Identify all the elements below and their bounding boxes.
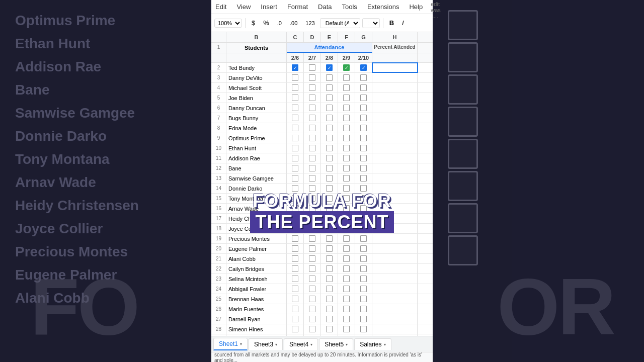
student-name[interactable]: Bugs Bunny <box>226 113 287 123</box>
percent-attended-cell[interactable] <box>372 73 418 82</box>
attendance-checkbox[interactable] <box>287 264 304 274</box>
checkbox[interactable] <box>309 225 315 232</box>
menu-extensions[interactable]: Extensions <box>365 2 401 12</box>
student-name[interactable]: Brennan Haas <box>226 294 287 304</box>
attendance-checkbox[interactable] <box>287 93 304 103</box>
percent-attended-cell[interactable] <box>372 294 418 304</box>
checkbox[interactable] <box>343 245 350 252</box>
checkbox[interactable]: ✓ <box>343 64 350 71</box>
attendance-checkbox[interactable] <box>304 133 321 143</box>
percent-attended-cell[interactable] <box>372 304 418 314</box>
attendance-checkbox[interactable] <box>355 284 372 294</box>
attendance-checkbox[interactable] <box>338 274 355 284</box>
attendance-checkbox[interactable] <box>338 173 355 183</box>
checkbox[interactable] <box>309 64 315 71</box>
student-name[interactable]: Samwise Gamgee <box>226 173 287 183</box>
attendance-checkbox[interactable] <box>321 153 338 163</box>
percent-attended-cell[interactable] <box>372 153 418 163</box>
percent-attended-cell[interactable] <box>372 143 418 153</box>
student-name[interactable]: Abbigail Fowler <box>226 284 287 294</box>
col-header-c[interactable]: C <box>287 32 304 42</box>
percent-attended-cell[interactable] <box>372 224 418 233</box>
checkbox[interactable] <box>343 185 350 192</box>
checkbox[interactable] <box>343 276 350 282</box>
checkbox[interactable] <box>309 235 315 242</box>
student-name[interactable]: Optimus Prime <box>226 133 287 143</box>
attendance-checkbox[interactable] <box>355 73 372 82</box>
checkbox[interactable] <box>326 286 333 292</box>
attendance-checkbox[interactable] <box>287 214 304 223</box>
attendance-checkbox[interactable] <box>355 324 372 334</box>
attendance-checkbox[interactable] <box>355 334 372 336</box>
sheet-tab-sheet3[interactable]: Sheet3 ▾ <box>249 338 283 350</box>
attendance-checkbox[interactable] <box>338 184 355 193</box>
checkbox[interactable] <box>360 95 367 101</box>
attendance-checkbox[interactable] <box>304 194 321 203</box>
bold-button[interactable]: B <box>386 18 397 28</box>
checkbox[interactable] <box>360 255 367 262</box>
attendance-checkbox[interactable] <box>338 234 355 243</box>
checkbox[interactable] <box>326 296 333 302</box>
attendance-checkbox[interactable] <box>338 153 355 163</box>
checkbox[interactable] <box>292 225 298 232</box>
attendance-checkbox[interactable] <box>287 324 304 334</box>
checkbox[interactable] <box>360 185 367 192</box>
attendance-checkbox[interactable] <box>321 314 338 324</box>
attendance-checkbox[interactable] <box>321 224 338 233</box>
attendance-checkbox[interactable] <box>355 123 372 133</box>
checkbox[interactable] <box>292 245 298 252</box>
checkbox[interactable] <box>343 135 350 141</box>
attendance-checkbox[interactable] <box>321 274 338 284</box>
attendance-checkbox[interactable] <box>287 163 304 173</box>
percent-attended-cell[interactable] <box>372 274 418 284</box>
checkbox[interactable] <box>309 195 315 202</box>
percent-attended-cell[interactable] <box>372 83 418 93</box>
attendance-checkbox[interactable] <box>304 274 321 284</box>
checkbox[interactable] <box>309 175 315 182</box>
attendance-checkbox[interactable] <box>338 324 355 334</box>
attendance-checkbox[interactable] <box>338 334 355 336</box>
menu-insert[interactable]: Insert <box>259 2 279 12</box>
checkbox[interactable] <box>309 215 315 222</box>
checkbox[interactable] <box>360 306 367 312</box>
attendance-checkbox[interactable] <box>304 184 321 193</box>
attendance-checkbox[interactable] <box>287 224 304 233</box>
attendance-checkbox[interactable] <box>355 103 372 113</box>
col-header-d[interactable]: D <box>304 32 321 42</box>
col-header-e[interactable]: E <box>321 32 338 42</box>
checkbox[interactable] <box>292 115 298 121</box>
checkbox[interactable] <box>360 195 367 202</box>
checkbox[interactable] <box>292 145 298 151</box>
percent-button[interactable]: % <box>260 18 272 28</box>
checkbox[interactable] <box>326 155 333 161</box>
percent-attended-cell[interactable] <box>372 173 418 183</box>
attendance-checkbox[interactable] <box>321 113 338 123</box>
checkbox[interactable] <box>292 215 298 222</box>
attendance-checkbox[interactable] <box>338 93 355 103</box>
attendance-checkbox[interactable] <box>355 153 372 163</box>
attendance-checkbox[interactable] <box>287 73 304 82</box>
checkbox[interactable] <box>343 115 350 121</box>
attendance-checkbox[interactable] <box>338 284 355 294</box>
attendance-checkbox[interactable] <box>321 133 338 143</box>
checkbox[interactable] <box>292 296 298 302</box>
checkbox[interactable] <box>309 74 315 81</box>
attendance-checkbox[interactable] <box>287 83 304 93</box>
checkbox[interactable] <box>309 125 315 131</box>
attendance-checkbox[interactable] <box>338 314 355 324</box>
checkbox[interactable] <box>292 84 298 91</box>
attendance-checkbox[interactable] <box>287 314 304 324</box>
student-name[interactable]: Alani Cobb <box>226 254 287 263</box>
checkbox[interactable] <box>326 185 333 192</box>
checkbox[interactable] <box>326 125 333 131</box>
sheet-tab-sheet1[interactable]: Sheet1 ▾ <box>213 338 248 350</box>
checkbox[interactable] <box>292 276 298 282</box>
checkbox[interactable] <box>343 74 350 81</box>
attendance-checkbox[interactable] <box>321 123 338 133</box>
menu-help[interactable]: Help <box>407 2 425 12</box>
attendance-checkbox[interactable] <box>355 163 372 173</box>
attendance-checkbox[interactable] <box>338 83 355 93</box>
student-name[interactable]: Eliezer Crane <box>226 334 287 336</box>
checkbox[interactable] <box>309 326 315 332</box>
checkbox[interactable] <box>360 155 367 161</box>
